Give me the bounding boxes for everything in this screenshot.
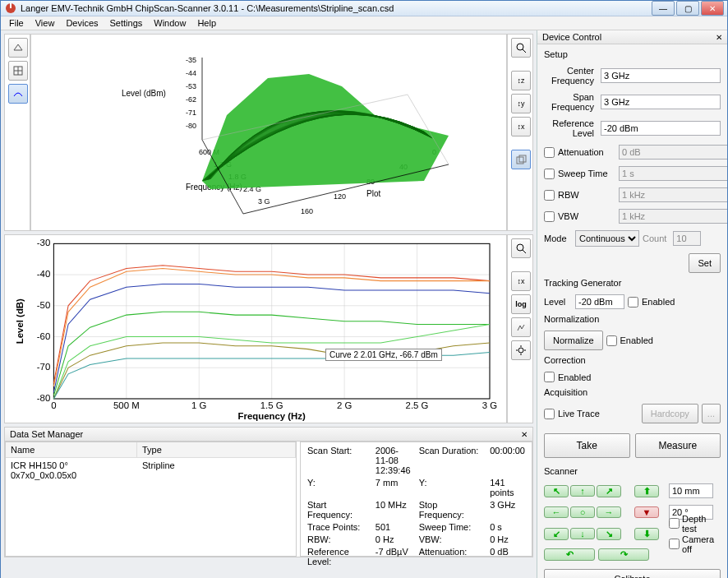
dataset-manager-panel: Data Set Manager ✕ Name Type ICR HH150 0… [4,427,533,557]
measure-button[interactable]: Measure [635,433,721,458]
close-button[interactable]: ✕ [701,1,724,16]
home-icon[interactable]: ○ [570,506,595,518]
svg-rect-1 [10,3,12,8]
svg-text:Level (dB): Level (dB) [15,298,25,344]
svg-line-39 [523,250,526,253]
step-xy-input[interactable] [669,483,713,498]
vbw-input [619,209,727,224]
vbw-check[interactable] [544,211,555,222]
zoom-icon[interactable] [511,38,531,58]
dsm-title: Data Set Manager [10,429,83,439]
scanner-pad: ↖ ↑ ↗ ⬆ ← ○ → ▼ ↙ ↓ ↘ [544,481,721,543]
cursor-tooltip: Curve 2 2.01 GHz, -66.7 dBm [325,349,442,361]
rbw-check[interactable] [544,190,555,201]
mode-select[interactable]: Continuous [575,230,639,247]
plot3d-canvas[interactable]: -35 -44 -53 -62 -71 -80 Level (dBm) 600 … [30,34,507,231]
svg-text:-80: -80 [37,393,50,403]
sweep-check[interactable] [544,169,555,179]
plot2d-panel: -30-40-50-60-70-800500 M1 G1.5 G2 G2.5 G… [4,234,533,423]
svg-marker-2 [14,44,22,50]
svg-rect-7 [517,157,523,164]
arrow-s-icon[interactable]: ↓ [570,528,595,539]
arrow-ne-icon[interactable]: ↗ [597,485,621,497]
titlebar: Langer EMV-Technik GmbH ChipScan-Scanner… [1,1,727,16]
arrow-w-icon[interactable]: ← [544,506,569,518]
arrow-down-z-icon[interactable]: ⬇ [634,528,659,540]
dc-title: Device Control [542,32,601,42]
table-row[interactable]: ICR HH150 0° 0x7x0_0x0.05x0 Stripline [6,458,296,483]
span-freq-input[interactable] [601,95,721,109]
col-type[interactable]: Type [137,442,296,457]
rbw-input [619,187,727,202]
svg-point-5 [517,44,523,50]
svg-text:2.5 G: 2.5 G [406,400,429,410]
hardcopy-button: Hardcopy [642,404,698,423]
dsm-table[interactable]: Name Type ICR HH150 0° 0x7x0_0x0.05x0 St… [5,442,297,557]
set-button[interactable]: Set [689,253,721,273]
view-surface-icon[interactable] [8,84,28,104]
window-title: Langer EMV-Technik GmbH ChipScan-Scanner… [21,3,652,13]
arrow-e-icon[interactable]: → [597,506,621,518]
menu-file[interactable]: File [4,16,29,30]
plot2d-canvas[interactable]: -30-40-50-60-70-800500 M1 G1.5 G2 G2.5 G… [4,234,507,423]
stop-icon[interactable]: ▼ [634,506,659,518]
view-perspective-icon[interactable] [8,38,28,58]
ref-level-input[interactable] [601,121,721,136]
take-button[interactable]: Take [544,433,630,458]
tg-level-input[interactable] [575,294,624,309]
norm-title: Normalization [544,314,721,324]
live-trace-check[interactable] [544,409,555,419]
maximize-button[interactable]: ▢ [676,1,699,16]
hardcopy-more-button: ... [702,404,721,423]
scanner-title: Scanner [544,466,721,476]
center-freq-input[interactable] [601,68,721,83]
menu-window[interactable]: Window [149,16,191,30]
view-3d-icon[interactable] [511,150,531,169]
dsm-close-icon[interactable]: ✕ [521,430,528,439]
level-axis-label: Level (dBm) [122,89,166,98]
arrow-sw-icon[interactable]: ↙ [544,528,569,540]
log-button[interactable]: log [511,294,531,314]
svg-text:Frequency (Hz): Frequency (Hz) [238,411,306,421]
svg-line-6 [523,49,526,53]
arrow-nw-icon[interactable]: ↖ [544,485,569,497]
arrow-up-z-icon[interactable]: ⬆ [634,485,659,497]
dsm-info: Scan Start:2006-11-08 12:39:46 Scan Dura… [300,442,532,557]
rotate-ccw-icon[interactable]: ↶ [544,548,595,561]
minimize-button[interactable]: — [652,1,675,16]
calibrate-button[interactable]: Calibrate [544,569,721,578]
menu-devices[interactable]: Devices [61,16,103,30]
depth-test-check[interactable] [669,518,680,529]
corr-title: Correction [544,355,721,365]
svg-text:1 G: 1 G [191,400,206,410]
chart2d-svg: -30-40-50-60-70-800500 M1 G1.5 G2 G2.5 G… [5,235,506,423]
norm-enabled-check[interactable] [606,335,617,346]
device-control-panel: Device Control ✕ Setup Center Frequency … [537,30,727,578]
trace-tool-icon[interactable] [511,317,531,337]
menu-view[interactable]: View [30,16,60,30]
menu-help[interactable]: Help [192,16,221,30]
att-check[interactable] [544,147,555,158]
corr-enabled-check[interactable] [544,372,555,382]
tg-enabled-check[interactable] [628,297,638,307]
svg-point-38 [517,244,523,251]
arrow-se-icon[interactable]: ↘ [597,528,621,540]
axis-x2d-icon[interactable]: ↕x [511,271,531,291]
att-input [619,145,727,160]
svg-text:2 G: 2 G [337,400,352,410]
arrow-n-icon[interactable]: ↑ [570,485,595,497]
view-mesh-icon[interactable] [8,61,28,81]
svg-rect-8 [519,155,526,162]
zoom2d-icon[interactable] [511,238,531,258]
rotate-cw-icon[interactable]: ↷ [598,548,649,561]
axis-xy-icon[interactable]: ↕x [511,117,531,136]
dc-close-icon[interactable]: ✕ [716,33,722,42]
settings-icon[interactable] [511,340,531,360]
svg-text:3 G: 3 G [482,400,497,410]
menu-settings[interactable]: Settings [105,16,148,30]
svg-text:0: 0 [51,400,56,410]
axis-xz-icon[interactable]: ↕z [511,71,531,90]
axis-yz-icon[interactable]: ↕y [511,94,531,113]
normalize-button[interactable]: Normalize [544,331,603,350]
col-name[interactable]: Name [6,442,137,457]
